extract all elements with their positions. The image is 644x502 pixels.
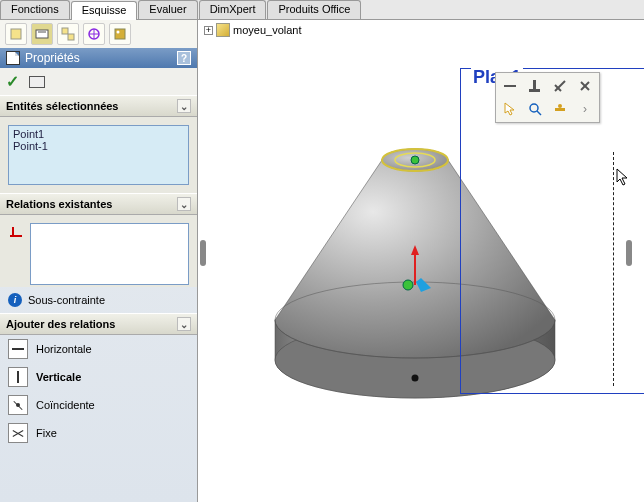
- svg-point-28: [530, 104, 538, 112]
- context-toolbar: ›: [495, 72, 600, 123]
- selected-entities-label: Entités sélectionnées: [6, 100, 119, 112]
- property-manager-icon[interactable]: [31, 23, 53, 45]
- constraint-status-label: Sous-contrainte: [28, 294, 105, 306]
- existing-relations-listbox[interactable]: [30, 223, 189, 285]
- relation-coincident[interactable]: Coïncidente: [0, 391, 197, 419]
- document-icon: [6, 51, 20, 65]
- properties-header: Propriétés ?: [0, 48, 197, 68]
- svg-rect-0: [11, 29, 21, 39]
- info-icon: i: [8, 293, 22, 307]
- relation-label: Coïncidente: [36, 399, 95, 411]
- list-item[interactable]: Point1: [13, 128, 184, 140]
- svg-rect-22: [533, 80, 536, 89]
- cursor-icon: [616, 168, 630, 189]
- zoom-icon[interactable]: [524, 99, 546, 119]
- relation-label: Verticale: [36, 371, 81, 383]
- svg-point-15: [411, 156, 419, 164]
- selected-entities-body: Point1 Point-1: [0, 117, 197, 193]
- svg-rect-1: [36, 30, 48, 38]
- zoom-fit-icon[interactable]: [499, 76, 521, 96]
- relation-fixed[interactable]: Fixe: [0, 419, 197, 447]
- confirm-row: ✓: [0, 68, 197, 95]
- dimxpert-manager-icon[interactable]: [83, 23, 105, 45]
- add-relations-body: Horizontale Verticale Coïncidente Fixe: [0, 335, 197, 447]
- svg-rect-3: [62, 28, 68, 34]
- svg-point-31: [558, 104, 562, 108]
- help-button[interactable]: ?: [177, 51, 191, 65]
- property-manager-panel: Propriétés ? ✓ Entités sélectionnées ⌄ P…: [0, 20, 198, 502]
- svg-point-20: [412, 375, 419, 382]
- properties-icon[interactable]: [549, 99, 571, 119]
- svg-point-18: [403, 280, 413, 290]
- tab-dimxpert[interactable]: DimXpert: [199, 0, 267, 19]
- perpendicular-tool-icon[interactable]: [549, 76, 571, 96]
- tab-evaluer[interactable]: Evaluer: [138, 0, 197, 19]
- svg-rect-23: [529, 89, 540, 92]
- right-scroll-handle[interactable]: [626, 240, 632, 266]
- existing-relations-label: Relations existantes: [6, 198, 112, 210]
- relation-label: Horizontale: [36, 343, 92, 355]
- svg-point-9: [117, 31, 120, 34]
- relation-label: Fixe: [36, 427, 57, 439]
- tab-bar: Fonctions Esquisse Evaluer DimXpert Prod…: [0, 0, 644, 20]
- fixed-icon: [8, 423, 28, 443]
- tab-produits-office[interactable]: Produits Office: [267, 0, 361, 19]
- relation-horizontal[interactable]: Horizontale: [0, 335, 197, 363]
- add-relations-label: Ajouter des relations: [6, 318, 115, 330]
- svg-rect-4: [68, 34, 74, 40]
- ok-button[interactable]: ✓: [6, 72, 19, 91]
- svg-line-29: [537, 111, 541, 115]
- normal-to-icon[interactable]: [524, 76, 546, 96]
- horizontal-icon: [8, 339, 28, 359]
- config-manager-icon[interactable]: [57, 23, 79, 45]
- tab-fonctions[interactable]: Fonctions: [0, 0, 70, 19]
- render-manager-icon[interactable]: [109, 23, 131, 45]
- existing-relations-body: [0, 215, 197, 287]
- svg-rect-8: [115, 29, 125, 39]
- relation-vertical[interactable]: Verticale: [0, 363, 197, 391]
- pushpin-button[interactable]: [29, 76, 45, 88]
- select-icon[interactable]: [499, 99, 521, 119]
- add-relations-header[interactable]: Ajouter des relations ⌄: [0, 313, 197, 335]
- coincident-icon: [8, 395, 28, 415]
- selected-entities-header[interactable]: Entités sélectionnées ⌄: [0, 95, 197, 117]
- collapse-icon[interactable]: ⌄: [177, 197, 191, 211]
- tab-esquisse[interactable]: Esquisse: [71, 1, 138, 20]
- properties-title-label: Propriétés: [25, 51, 80, 65]
- constraint-status-row: i Sous-contrainte: [0, 287, 197, 313]
- left-scroll-handle[interactable]: [200, 240, 206, 266]
- selected-entities-listbox[interactable]: Point1 Point-1: [8, 125, 189, 185]
- feature-manager-tabs: [0, 20, 197, 48]
- graphics-viewport[interactable]: + moyeu_volant: [198, 20, 644, 502]
- svg-rect-30: [555, 108, 565, 111]
- collapse-icon[interactable]: ⌄: [177, 99, 191, 113]
- vertical-icon: [8, 367, 28, 387]
- more-icon[interactable]: ›: [574, 99, 596, 119]
- perpendicular-icon: [8, 223, 24, 239]
- fix-tool-icon[interactable]: [574, 76, 596, 96]
- existing-relations-header[interactable]: Relations existantes ⌄: [0, 193, 197, 215]
- list-item[interactable]: Point-1: [13, 140, 184, 152]
- feature-tree-icon[interactable]: [5, 23, 27, 45]
- collapse-icon[interactable]: ⌄: [177, 317, 191, 331]
